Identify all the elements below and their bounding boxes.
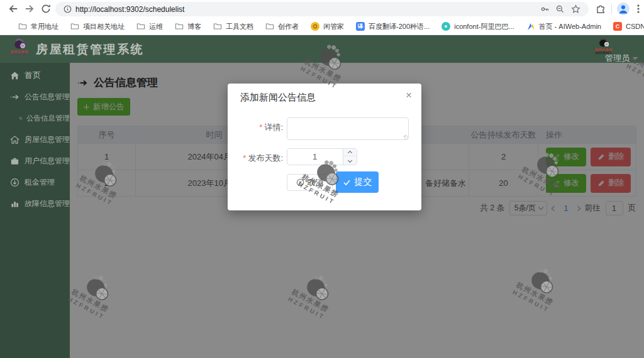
aiweb-icon xyxy=(526,23,535,31)
bookmark-star-icon[interactable] xyxy=(571,4,580,14)
bookmark-folder-tools[interactable]: 工具文档 xyxy=(209,21,258,33)
house-icon xyxy=(10,135,19,144)
address-bar[interactable]: http://localhost:9302/schedulelist xyxy=(55,2,589,16)
increase-icon[interactable] xyxy=(343,149,357,156)
browser-menu-icon[interactable] xyxy=(633,3,644,14)
briefcase-icon xyxy=(10,156,19,166)
app-logo: 杭州水果捞 HZFRUIT xyxy=(8,38,31,57)
sidebar-item-fault[interactable]: 故障信息管理 xyxy=(0,193,70,214)
folder-icon xyxy=(18,22,27,31)
add-announcement-dialog: 添加新闻公告信息 × *详情: *发布天数: 1 取消 提交 xyxy=(228,84,421,210)
url-text: http://localhost:9302/schedulelist xyxy=(75,5,184,14)
reload-icon[interactable] xyxy=(40,3,52,14)
days-label: *发布天数: xyxy=(228,153,283,164)
circle-close-icon xyxy=(296,178,304,187)
bookmark-folder-changyong[interactable]: 常用地址 xyxy=(14,21,63,33)
iconfont-icon xyxy=(441,22,450,31)
toolbar-divider xyxy=(611,4,612,14)
textarea-resize-handle[interactable] xyxy=(404,135,408,139)
folder-icon xyxy=(70,22,79,31)
xianguanjia-icon xyxy=(311,22,319,31)
folder-icon xyxy=(175,22,184,31)
sidebar-item-announcement-parent[interactable]: 公告信息管理 xyxy=(0,86,70,107)
bookmark-folder-creator[interactable]: 创作者 xyxy=(261,21,303,33)
sidebar-item-home[interactable]: 首页 xyxy=(0,65,70,86)
home-icon xyxy=(10,71,19,80)
cancel-button[interactable]: 取消 xyxy=(287,174,333,191)
bookmark-folder-yunwei[interactable]: 运维 xyxy=(132,21,167,33)
chart-icon xyxy=(10,199,19,209)
bookmark-aiweb-admin[interactable]: 首页 - AIWeb-Admin xyxy=(522,21,606,33)
password-key-icon[interactable] xyxy=(540,4,550,14)
sidebar-item-rent[interactable]: 租金管理 xyxy=(0,171,70,193)
submit-button[interactable]: 提交 xyxy=(336,171,379,193)
folder-icon xyxy=(265,22,274,31)
csdn-icon: C xyxy=(613,22,622,31)
required-asterisk: * xyxy=(259,122,262,132)
dialog-title: 添加新闻公告信息 xyxy=(240,92,316,104)
profile-avatar[interactable] xyxy=(617,3,630,15)
close-icon[interactable]: × xyxy=(404,89,413,102)
fruit-brand-icon xyxy=(597,37,610,48)
brand-logo: 杭州水果捞 HZFRUIT xyxy=(589,37,619,55)
fruit-logo-icon xyxy=(13,38,26,50)
bookmark-iconfont[interactable]: iconfont-阿里巴巴... xyxy=(437,21,518,33)
days-number-input[interactable]: 1 xyxy=(287,148,357,165)
sidebar-item-announcement-list[interactable]: 公告信息管理 xyxy=(0,107,70,129)
detail-textarea[interactable] xyxy=(287,117,409,140)
required-asterisk: * xyxy=(243,153,246,163)
bookmark-folder-project[interactable]: 项目相关地址 xyxy=(66,21,129,33)
sidebar: 首页 公告信息管理 公告信息管理 房屋信息管理 用户信息管理 租金管理 故障信息… xyxy=(0,63,70,358)
bookmark-csdn[interactable]: C CSDN xyxy=(609,21,644,32)
zoom-out-icon[interactable] xyxy=(555,4,565,14)
extensions-icon[interactable] xyxy=(595,3,606,14)
days-value[interactable]: 1 xyxy=(287,149,342,165)
browser-toolbar: http://localhost:9302/schedulelist xyxy=(0,0,644,18)
search-icon xyxy=(19,114,23,122)
site-info-icon[interactable] xyxy=(63,4,72,14)
translate-icon: 译 xyxy=(356,22,365,31)
detail-label: *详情: xyxy=(228,122,283,133)
back-icon[interactable] xyxy=(8,3,19,14)
download-circle-icon xyxy=(10,178,19,187)
bookmarks-bar: 常用地址 项目相关地址 运维 博客 工具文档 创作者 闲管家 xyxy=(0,18,644,35)
folder-icon xyxy=(213,22,222,31)
decrease-icon[interactable] xyxy=(343,157,357,165)
bookmark-xianguanjia[interactable]: 闲管家 xyxy=(306,21,348,33)
check-icon xyxy=(343,178,351,187)
sidebar-item-users[interactable]: 用户信息管理 xyxy=(0,150,70,171)
screen: http://localhost:9302/schedulelist 常用地址 xyxy=(0,0,644,358)
bookmark-folder-blog[interactable]: 博客 xyxy=(170,21,206,33)
chevron-down-icon xyxy=(633,57,638,60)
sidebar-item-house[interactable]: 房屋信息管理 xyxy=(0,129,70,150)
forward-icon[interactable] xyxy=(24,3,35,14)
folder-icon xyxy=(136,22,145,31)
number-spinner xyxy=(343,149,357,165)
bookmark-baidu-translate[interactable]: 译 百度翻译-200种语... xyxy=(352,21,434,33)
arrow-right-icon xyxy=(10,92,19,102)
app-title: 房屋租赁管理系统 xyxy=(36,41,144,58)
